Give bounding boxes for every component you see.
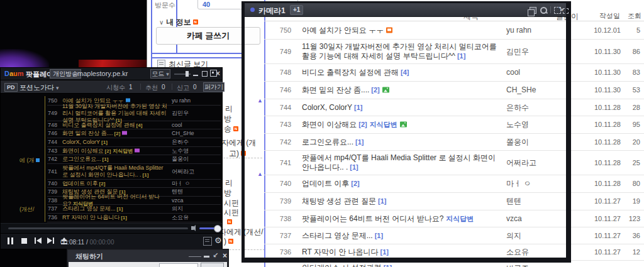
minimize-button[interactable]: [193, 75, 198, 76]
post-author[interactable]: 소요유: [506, 247, 569, 258]
table-row[interactable]: 739채팅방 생성 관련 질문[1]텐텐10.11.2719: [264, 192, 644, 210]
image-icon: [122, 131, 127, 135]
post-author[interactable]: vzca: [506, 214, 569, 223]
seek-bar[interactable]: [8, 227, 188, 229]
pause-button[interactable]: [8, 237, 9, 244]
video-area[interactable]: 750아예 설치가 안되요 ㅜㅜyu rahn74911월 30일자 개발자버전…: [1, 94, 222, 223]
post-author[interactable]: 의지: [506, 230, 569, 241]
mode-button[interactable]: 모드▾: [150, 69, 170, 79]
post-author[interactable]: 김민우: [506, 46, 569, 57]
control-panel-icon[interactable]: [203, 237, 212, 246]
zoom-icon[interactable]: [540, 7, 547, 14]
sidebar-menu-fragment[interactable]: 자에게 (개: [221, 138, 256, 148]
post-title: 업데이트 이후[2]: [302, 179, 504, 188]
reply-count: [4]: [401, 68, 409, 76]
capture-frame-titlebar[interactable]: 카메라1 +1 ↘: [245, 3, 566, 17]
gear-icon[interactable]: ⚙: [214, 236, 222, 245]
scroll-up-icon[interactable]: ▲: [257, 171, 263, 177]
reply-count: [2]: [371, 86, 379, 94]
visit-count-label: 방문수: [155, 1, 175, 10]
video-post-number: 748: [47, 122, 57, 128]
post-author[interactable]: 텐텐: [506, 196, 569, 207]
frame-border-left: [242, 1, 245, 263]
post-author[interactable]: 어쩌라고: [506, 157, 569, 168]
video-post-number: 738: [47, 197, 57, 204]
sidebar-menu-fragment[interactable]: 방: [224, 188, 231, 199]
post-title: 화면이 이상해요[2]지식답변: [302, 120, 504, 129]
sidebar-menu-fragment[interactable]: N: [225, 217, 232, 226]
video-post-author: cool: [172, 122, 219, 128]
sidebar-menu-fragment[interactable]: 리: [225, 104, 233, 114]
table-row[interactable]: 741팟플에서 mp4/QT를 Haali Media Splitter 로 설…: [264, 150, 644, 175]
table-row[interactable]: 74911월 30일자 개발자버전에 추가된 영상 처리시 멀티코어를 활용 기…: [264, 39, 644, 64]
video-sidebar-fragment: (개선/: [19, 205, 35, 214]
post-number: 748: [273, 68, 298, 76]
player-titlebar[interactable]: Daum 팟플레이어▾ 개인방송 maplestory.pe.kr 모드▾ ×: [1, 68, 222, 80]
stop-button[interactable]: [21, 238, 27, 244]
table-row[interactable]: 750아예 설치가 안되요 ㅜㅜyu rahn10.12.015: [264, 21, 644, 40]
table-row[interactable]: 742로그인오류요...[1]쫄웅이10.11.2820: [264, 133, 644, 151]
post-views: 123: [597, 215, 640, 222]
video-post-author: 김민우: [172, 109, 219, 117]
chat-slider[interactable]: [189, 256, 201, 257]
scroll-up-icon[interactable]: ▲: [257, 97, 263, 104]
post-author[interactable]: 마ㅓ ㅇ: [506, 178, 569, 189]
capture-region-small-icon[interactable]: [563, 8, 569, 14]
table-row[interactable]: 738팟플레이어는 64비트 버전 어디서 받나요?지식답변vzca10.11.…: [264, 210, 644, 227]
reply-count: [1]: [375, 231, 383, 239]
resize-arrow-icon[interactable]: ↘: [558, 5, 564, 13]
post-author[interactable]: 비금주: [506, 263, 569, 267]
post-author[interactable]: 노수영: [506, 119, 569, 130]
table-row[interactable]: 748비디오 출력장치 설정에 관해[4]cool10.11.3083: [264, 63, 644, 82]
broadcast-badge: 개인방송: [50, 69, 81, 79]
table-row[interactable]: 746화면 밑의 잔상 좀....[2]CH_SHe10.11.3053: [264, 81, 644, 99]
sidebar-menu-fragment[interactable]: )N: [224, 237, 233, 246]
table-row[interactable]: 744ColorX, ColorY[1]은하수10.11.2828: [264, 99, 644, 116]
table-row[interactable]: 743화면이 이상해요[2]지식답변노수영10.11.2895: [264, 116, 644, 134]
table-row[interactable]: 740업데이트 이후[2]마ㅓ ㅇ10.11.2880: [264, 175, 644, 193]
new-badge-icon: N: [227, 219, 232, 224]
video-post-author: 쫄웅이: [172, 155, 219, 163]
chat-titlebar[interactable]: 채팅하기 ↙ ×: [68, 250, 228, 262]
post-author[interactable]: 쫄웅이: [506, 136, 569, 147]
sidebar-menu-fragment[interactable]: 송N: [224, 124, 238, 134]
sidebar-menu-fragment[interactable]: 방: [224, 114, 231, 124]
reply-count: [2]: [358, 121, 367, 128]
post-title: 채팅방 생성 관련 질문[1]: [302, 197, 504, 206]
volume-knob[interactable]: [214, 225, 221, 232]
chat-send-button[interactable]: [201, 263, 224, 267]
new-badge-icon: N: [233, 126, 238, 131]
chat-input[interactable]: [159, 263, 198, 267]
duplicate-icon[interactable]: [530, 7, 536, 14]
post-author[interactable]: cool: [506, 68, 569, 77]
write-post-button[interactable]: 카페 글쓰기: [156, 27, 260, 45]
chat-restore-icon[interactable]: ↙: [213, 251, 218, 259]
next-button[interactable]: [47, 237, 52, 244]
desktop: 방문수 40 ∨내 정보N 카페 글쓰기 최신글 보기 리방송N자에게 (개고)…: [0, 0, 644, 267]
maximize-button[interactable]: [202, 71, 208, 77]
reply-count: [1]: [143, 172, 149, 178]
video-table-row: 738팟플레이어는 64비트 버전 어디서 받나요?지식답변vzca: [47, 196, 221, 205]
close-button[interactable]: ×: [216, 69, 220, 78]
post-author[interactable]: yu rahn: [506, 26, 569, 35]
potplayer-window: Daum 팟플레이어▾ 개인방송 maplestory.pe.kr 모드▾ × …: [0, 67, 223, 249]
reply-count: [1]: [457, 52, 465, 60]
volume-icon[interactable]: [191, 226, 194, 230]
video-post-author: 텐텐: [172, 188, 219, 196]
previous-button[interactable]: [36, 237, 42, 244]
channel-name[interactable]: 포션노가다▾: [19, 83, 59, 92]
viewers-label: 시청수: [106, 84, 125, 92]
sidebar-menu-fragment[interactable]: 시펀: [224, 207, 239, 218]
upvote-label: 추천: [145, 84, 158, 92]
sidebar-menu-fragment[interactable]: 리: [225, 178, 233, 188]
post-author[interactable]: CH_SHe: [506, 85, 569, 94]
chat-close-button[interactable]: ×: [223, 251, 227, 260]
my-info-toggle[interactable]: ∨내 정보N: [159, 17, 198, 28]
post-number: 738: [273, 215, 298, 222]
post-author[interactable]: 은하수: [506, 102, 569, 112]
chat-minimize-button[interactable]: [204, 256, 209, 258]
table-row[interactable]: 737스타리그 영상 문제...[1]의지10.11.2736: [264, 227, 644, 244]
reply-count: [2]: [105, 148, 111, 153]
opacity-slider-knob[interactable]: [186, 71, 189, 77]
share-button[interactable]: 퍼가기: [203, 82, 225, 92]
